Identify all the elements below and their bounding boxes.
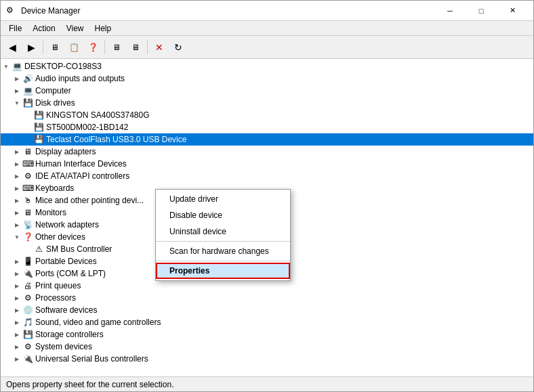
window-icon: ⚙ [6, 5, 17, 16]
icon-print: 🖨 [22, 280, 33, 291]
toolbar-update[interactable]: 📋 [65, 39, 83, 56]
expander-software[interactable]: ▶ [12, 304, 22, 316]
expander-ide[interactable]: ▶ [12, 170, 22, 182]
expander-mice[interactable]: ▶ [12, 194, 22, 206]
icon-software: 💿 [22, 305, 33, 315]
expander-ports[interactable]: ▶ [12, 267, 22, 280]
expander-monitors[interactable]: ▶ [12, 206, 22, 219]
expander-audio[interactable]: ▶ [12, 72, 22, 85]
expander-storage[interactable]: ▶ [12, 328, 22, 341]
label-software: Software devices [35, 305, 97, 315]
label-audio: Audio inputs and outputs [35, 74, 125, 83]
label-sound: Sound, video and game controllers [35, 318, 161, 327]
expander-teclast [22, 133, 33, 146]
icon-sound: 🎵 [22, 317, 33, 328]
label-teclast: Teclast CoolFlash USB3.0 USB Device [46, 135, 186, 144]
label-portable: Portable Devices [35, 257, 97, 266]
expander-network[interactable]: ▶ [12, 219, 22, 231]
menu-view[interactable]: View [61, 22, 89, 35]
toolbar-refresh[interactable]: ↻ [169, 39, 187, 56]
tree-item-sound[interactable]: ▶ 🎵 Sound, video and game controllers [1, 316, 533, 328]
menu-help[interactable]: Help [89, 22, 117, 35]
tree-item-disk[interactable]: ▼ 💾 Disk drives [1, 97, 533, 109]
label-print: Print queues [35, 281, 81, 290]
tree-item-usb[interactable]: ▶ 🔌 Universal Serial Bus controllers [1, 353, 533, 365]
tree-item-software[interactable]: ▶ 💿 Software devices [1, 304, 533, 316]
expander-hid[interactable]: ▶ [12, 158, 22, 170]
tree-item-hid[interactable]: ▶ ⌨ Human Interface Devices [1, 158, 533, 170]
icon-st500: 💾 [33, 122, 44, 133]
tree-item-st500[interactable]: 💾 ST500DM002-1BD142 [1, 121, 533, 133]
icon-system: ⚙ [22, 341, 33, 352]
toolbar-separator-3 [147, 41, 148, 54]
icon-ports: 🔌 [22, 268, 33, 279]
ctx-scan-hardware[interactable]: Scan for hardware changes [156, 243, 290, 259]
toolbar-separator-1 [43, 41, 43, 54]
tree-item-kingston[interactable]: 💾 KINGSTON SA400S37480G [1, 109, 533, 121]
tree-item-teclast[interactable]: 💾 Teclast CoolFlash USB3.0 USB Device [1, 133, 533, 146]
toolbar-scan[interactable]: 🖥 [127, 39, 144, 56]
expander-sound[interactable]: ▶ [12, 316, 22, 328]
tree-item-computer[interactable]: ▶ 💻 Computer [1, 85, 533, 97]
expander-computer[interactable]: ▶ [12, 85, 22, 97]
toolbar-help[interactable]: ❓ [84, 39, 102, 56]
expander-root[interactable]: ▼ [1, 60, 12, 72]
tree-item-system[interactable]: ▶ ⚙ System devices [1, 341, 533, 353]
toolbar-remove[interactable]: ✕ [150, 39, 168, 56]
menu-bar: File Action View Help [1, 21, 533, 36]
icon-keyboards: ⌨ [22, 183, 33, 194]
menu-action[interactable]: Action [27, 22, 60, 35]
icon-root: 💻 [12, 61, 22, 72]
ctx-properties[interactable]: Properties [156, 263, 290, 279]
ctx-separator-1 [156, 241, 290, 242]
expander-st500 [22, 121, 33, 133]
tree-item-audio[interactable]: ▶ 🔊 Audio inputs and outputs [1, 72, 533, 85]
expander-portable[interactable]: ▶ [12, 255, 22, 267]
label-ide: IDE ATA/ATAPI controllers [35, 171, 129, 181]
expander-usb[interactable]: ▶ [12, 353, 22, 365]
device-tree[interactable]: ▼ 💻 DESKTOP-CO198S3 ▶ 🔊 Audio inputs and… [1, 59, 533, 376]
label-ports: Ports (COM & LPT) [35, 269, 106, 278]
menu-file[interactable]: File [3, 22, 27, 35]
device-manager-window: ⚙ Device Manager ─ □ ✕ File Action View … [0, 0, 534, 392]
label-keyboards: Keyboards [35, 183, 74, 193]
expander-disk[interactable]: ▼ [12, 97, 22, 109]
toolbar-back[interactable]: ◀ [3, 39, 21, 56]
ctx-disable-device[interactable]: Disable device [156, 207, 290, 223]
icon-smbus: ⚠ [33, 244, 44, 255]
ctx-update-driver[interactable]: Update driver [156, 191, 290, 207]
expander-keyboards[interactable]: ▶ [12, 182, 22, 194]
label-system: System devices [35, 342, 92, 351]
label-display: Display adapters [35, 147, 96, 156]
tree-item-ide[interactable]: ▶ ⚙ IDE ATA/ATAPI controllers [1, 170, 533, 182]
icon-mice: 🖱 [22, 195, 33, 206]
minimize-button[interactable]: ─ [434, 1, 466, 21]
label-computer: Computer [35, 86, 71, 95]
context-menu: Update driver Disable device Uninstall d… [155, 189, 291, 281]
toolbar-properties[interactable]: 🖥 [46, 39, 64, 56]
toolbar-forward[interactable]: ▶ [22, 39, 40, 56]
icon-other: ❓ [22, 232, 33, 242]
tree-item-root[interactable]: ▼ 💻 DESKTOP-CO198S3 [1, 60, 533, 72]
tree-item-storage[interactable]: ▶ 💾 Storage controllers [1, 328, 533, 341]
label-monitors: Monitors [35, 208, 66, 217]
maximize-button[interactable]: □ [466, 1, 497, 21]
expander-other[interactable]: ▼ [12, 231, 22, 243]
close-button[interactable]: ✕ [497, 1, 528, 21]
expander-kingston [22, 109, 33, 121]
tree-item-processors[interactable]: ▶ ⚙ Processors [1, 292, 533, 304]
expander-processors[interactable]: ▶ [12, 292, 22, 304]
ctx-uninstall-device[interactable]: Uninstall device [156, 223, 290, 240]
label-network: Network adapters [35, 220, 99, 230]
tree-item-print[interactable]: ▶ 🖨 Print queues [1, 280, 533, 292]
tree-item-display[interactable]: ▶ 🖥 Display adapters [1, 146, 533, 158]
expander-display[interactable]: ▶ [12, 146, 22, 158]
icon-ide: ⚙ [22, 171, 33, 181]
label-mice: Mice and other pointing devi... [35, 196, 144, 205]
expander-system[interactable]: ▶ [12, 341, 22, 353]
toolbar-device[interactable]: 🖥 [108, 39, 125, 56]
icon-display: 🖥 [22, 146, 33, 157]
expander-print[interactable]: ▶ [12, 280, 22, 292]
label-smbus: SM Bus Controller [46, 244, 112, 254]
status-text: Opens property sheet for the current sel… [6, 380, 173, 389]
